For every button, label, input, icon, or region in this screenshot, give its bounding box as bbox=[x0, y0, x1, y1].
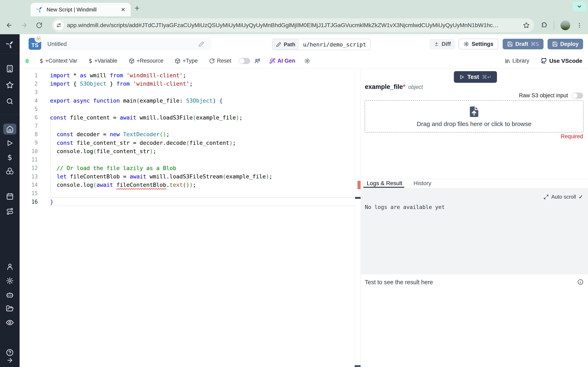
sidebar-item-schedules[interactable] bbox=[0, 193, 20, 200]
file-dropzone[interactable]: Drag and drop files here or click to bro… bbox=[365, 100, 584, 133]
sidebar-item-settings[interactable] bbox=[0, 277, 20, 285]
raw-s3-toggle[interactable] bbox=[572, 92, 583, 99]
code-line[interactable]: 3 bbox=[20, 88, 361, 96]
chrome-actions bbox=[541, 20, 582, 30]
script-title-input[interactable]: Untitled bbox=[43, 38, 211, 50]
ai-gen-button[interactable]: AI Gen bbox=[269, 58, 295, 64]
new-tab-button[interactable] bbox=[134, 5, 140, 11]
windmill-favicon bbox=[35, 6, 43, 13]
extensions-icon[interactable] bbox=[541, 22, 548, 29]
add-type-button[interactable]: +Type bbox=[175, 58, 198, 64]
code-line[interactable]: 8 const decoder = new TextDecoder(); bbox=[20, 130, 361, 138]
line-number: 15 bbox=[20, 190, 38, 196]
path-edit-button[interactable]: Path bbox=[272, 39, 299, 50]
magic-wand-icon bbox=[269, 58, 276, 64]
code-line[interactable]: 2import { S3Object } from 'windmill-clie… bbox=[20, 80, 361, 88]
sidebar-item-search[interactable] bbox=[0, 98, 20, 105]
reload-icon[interactable] bbox=[36, 22, 43, 29]
path-editor[interactable]: Path u/henri/demo_script bbox=[272, 39, 371, 50]
sidebar: $ bbox=[0, 34, 20, 367]
sidebar-item-workers[interactable] bbox=[0, 291, 20, 299]
sidebar-item-workspace[interactable] bbox=[0, 65, 20, 73]
line-number: 2 bbox=[20, 81, 38, 87]
address-input[interactable]: app.windmill.dev/scripts/add#JTdCJTIyaGF… bbox=[52, 18, 534, 32]
scrollbar-thumb[interactable] bbox=[355, 365, 361, 367]
code-line[interactable]: 13 let fileContentBlob = await wmill.loa… bbox=[20, 172, 361, 181]
argument-name: example_file* bbox=[365, 83, 405, 91]
tab-history[interactable]: History bbox=[414, 180, 431, 187]
library-button[interactable]: Library bbox=[505, 58, 529, 64]
add-context-var-button[interactable]: $ +Context Var bbox=[40, 58, 77, 64]
deploy-button[interactable]: Deploy bbox=[548, 39, 583, 49]
sidebar-item-folders[interactable] bbox=[0, 305, 20, 313]
editor-settings-gear-icon[interactable] bbox=[304, 58, 310, 64]
windmill-logo-icon[interactable] bbox=[0, 40, 20, 49]
cursor-marker bbox=[355, 197, 361, 199]
tab-search-button[interactable] bbox=[573, 2, 586, 11]
menu-kebab-icon[interactable] bbox=[576, 22, 582, 28]
code-line[interactable]: 5 bbox=[20, 105, 361, 113]
divider bbox=[0, 53, 20, 54]
divider bbox=[0, 114, 20, 114]
sidebar-item-variables[interactable]: $ bbox=[0, 154, 20, 161]
url-bar: app.windmill.dev/scripts/add#JTdCJTIyaGF… bbox=[0, 16, 588, 34]
main-area: TS Untitled Path u/henri/demo_script bbox=[20, 34, 588, 367]
code-line[interactable]: 1import * as wmill from 'windmill-client… bbox=[20, 71, 361, 80]
sidebar-item-resources[interactable] bbox=[0, 167, 20, 175]
tab-close-icon[interactable] bbox=[121, 7, 126, 12]
code-line[interactable]: 16} bbox=[20, 198, 361, 206]
sidebar-item-runs[interactable] bbox=[0, 140, 20, 147]
add-resource-button[interactable]: +Resource bbox=[129, 58, 163, 64]
overview-ruler bbox=[355, 68, 355, 367]
bookmark-star-icon[interactable] bbox=[523, 22, 530, 29]
forward-icon[interactable] bbox=[21, 22, 28, 29]
sidebar-item-audit-logs[interactable] bbox=[0, 318, 20, 327]
code-line[interactable]: 9 const file_content_str = decoder.decod… bbox=[20, 139, 361, 147]
code-line[interactable]: 12 // Or load the file lazily as a Blob bbox=[20, 164, 361, 172]
settings-button[interactable]: Settings bbox=[458, 39, 498, 49]
code-line[interactable]: 7 bbox=[20, 122, 361, 130]
code-line[interactable]: 11 bbox=[20, 155, 361, 164]
sidebar-item-home[interactable] bbox=[0, 125, 20, 133]
sidebar-item-help[interactable] bbox=[0, 349, 20, 356]
profile-avatar[interactable] bbox=[561, 20, 570, 30]
sidebar-item-favorites[interactable] bbox=[0, 81, 20, 89]
path-label: Path bbox=[284, 42, 295, 48]
code-line[interactable]: 15 bbox=[20, 189, 361, 198]
test-button[interactable]: Test ⌘↵ bbox=[454, 71, 497, 83]
tab-logs-result[interactable]: Logs & Result bbox=[367, 180, 402, 187]
browser-tab[interactable]: New Script | Windmill bbox=[31, 3, 131, 16]
sidebar-item-flows[interactable] bbox=[0, 208, 20, 215]
line-number: 6 bbox=[20, 114, 38, 120]
auto-scroll-control[interactable]: Auto scroll ✓ bbox=[544, 194, 583, 200]
line-number: 16 bbox=[20, 199, 38, 205]
argument-header: example_file* object bbox=[365, 83, 423, 91]
tab-bar: New Script | Windmill bbox=[0, 0, 588, 16]
code-editor[interactable]: 1import * as wmill from 'windmill-client… bbox=[20, 68, 361, 367]
deploy-label: Deploy bbox=[560, 41, 579, 47]
code-line[interactable]: 14 console.log(await fileContentBlob.tex… bbox=[20, 181, 361, 189]
multiplayer-toggle[interactable] bbox=[239, 58, 250, 64]
reset-button[interactable]: Reset bbox=[209, 58, 231, 64]
sidebar-expand-icon[interactable] bbox=[0, 357, 20, 364]
use-vscode-label: Use VScode bbox=[549, 58, 582, 64]
code-line[interactable]: 6const file_content = await wmill.loadS3… bbox=[20, 113, 361, 122]
sidebar-item-users[interactable] bbox=[0, 263, 20, 271]
diff-button[interactable]: Diff bbox=[429, 39, 455, 49]
check-icon: ✓ bbox=[579, 194, 583, 200]
code-line[interactable]: 10 console.log(file_content_str); bbox=[20, 147, 361, 155]
draft-button[interactable]: Draft ⌘S bbox=[503, 39, 544, 49]
info-icon[interactable] bbox=[577, 279, 584, 285]
site-settings-icon[interactable] bbox=[54, 20, 64, 30]
add-resource-label: +Resource bbox=[137, 58, 163, 64]
reset-label: Reset bbox=[217, 58, 231, 64]
screen: New Script | Windmill bbox=[0, 0, 588, 367]
add-variable-button[interactable]: $ +Variable bbox=[89, 58, 117, 64]
browser-chrome: New Script | Windmill bbox=[0, 0, 588, 34]
edit-pencil-icon[interactable] bbox=[198, 41, 204, 47]
code-line[interactable]: 4export async function main(example_file… bbox=[20, 96, 361, 105]
code-lines[interactable]: 1import * as wmill from 'windmill-client… bbox=[20, 71, 361, 206]
back-icon[interactable] bbox=[6, 22, 13, 29]
use-vscode-button[interactable]: Use VScode bbox=[541, 58, 582, 64]
toggle-knob bbox=[239, 58, 244, 64]
